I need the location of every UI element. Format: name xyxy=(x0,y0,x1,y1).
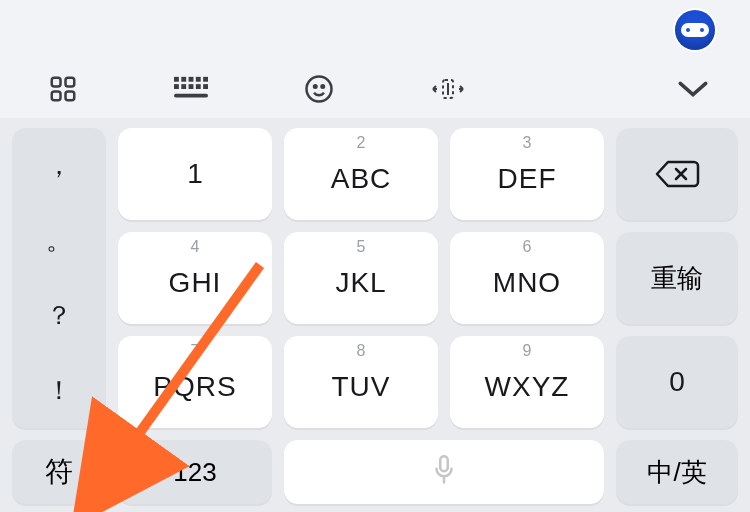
key-abc[interactable]: 2 ABC xyxy=(284,128,438,220)
key-def[interactable]: 3 DEF xyxy=(450,128,604,220)
space-key[interactable] xyxy=(284,440,604,504)
svg-point-15 xyxy=(307,77,332,102)
svg-rect-10 xyxy=(181,84,186,89)
key-1[interactable]: 1 xyxy=(118,128,272,220)
language-toggle-key[interactable]: 中/英 xyxy=(616,440,738,504)
svg-rect-5 xyxy=(181,77,186,82)
cursor-move-icon[interactable] xyxy=(430,75,466,103)
svg-rect-8 xyxy=(203,77,208,82)
key-ghi[interactable]: 4 GHI xyxy=(118,232,272,324)
backspace-key[interactable] xyxy=(616,128,738,220)
svg-rect-7 xyxy=(196,77,201,82)
punctuation-column[interactable]: ， 。 ？ ！ xyxy=(12,128,106,428)
key-wxyz[interactable]: 9 WXYZ xyxy=(450,336,604,428)
svg-rect-4 xyxy=(174,77,179,82)
keyboard-toolbar xyxy=(0,60,750,118)
avatar[interactable] xyxy=(675,10,715,50)
svg-point-17 xyxy=(322,85,325,88)
top-bar xyxy=(0,0,750,60)
retype-key[interactable]: 重输 xyxy=(616,232,738,324)
emoji-icon[interactable] xyxy=(304,74,334,104)
keyboard: ， 。 ？ ！ 1 2 ABC 3 DEF 4 GHI 5 xyxy=(0,118,750,512)
svg-rect-12 xyxy=(196,84,201,89)
key-pqrs[interactable]: 7 PQRS xyxy=(118,336,272,428)
collapse-keyboard-icon[interactable] xyxy=(676,77,710,101)
punct-question[interactable]: ？ xyxy=(12,278,106,353)
svg-rect-14 xyxy=(174,94,208,98)
numbers-key[interactable]: 123 xyxy=(118,440,272,504)
svg-rect-9 xyxy=(174,84,179,89)
svg-rect-0 xyxy=(52,78,61,87)
symbols-key[interactable]: 符 xyxy=(12,440,106,504)
avatar-eyes xyxy=(681,23,709,37)
keyboard-layout-icon[interactable] xyxy=(174,74,208,104)
key-0[interactable]: 0 xyxy=(616,336,738,428)
punct-exclaim[interactable]: ！ xyxy=(12,353,106,428)
mic-icon xyxy=(433,455,455,489)
punct-period[interactable]: 。 xyxy=(12,203,106,278)
svg-rect-20 xyxy=(440,456,448,471)
svg-rect-6 xyxy=(189,77,194,82)
key-tuv[interactable]: 8 TUV xyxy=(284,336,438,428)
punct-comma[interactable]: ， xyxy=(12,128,106,203)
svg-rect-3 xyxy=(66,92,75,101)
key-mno[interactable]: 6 MNO xyxy=(450,232,604,324)
svg-rect-11 xyxy=(189,84,194,89)
svg-rect-2 xyxy=(52,92,61,101)
key-jkl[interactable]: 5 JKL xyxy=(284,232,438,324)
svg-point-16 xyxy=(314,85,317,88)
svg-rect-13 xyxy=(203,84,208,89)
apps-icon[interactable] xyxy=(48,74,78,104)
svg-rect-1 xyxy=(66,78,75,87)
